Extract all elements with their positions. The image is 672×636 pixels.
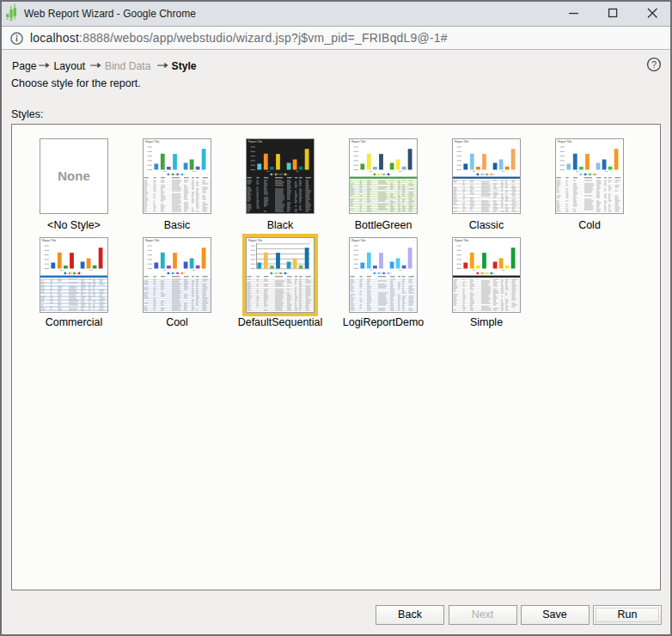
svg-text:Report Title: Report Title — [145, 239, 160, 242]
svg-text:?: ? — [651, 59, 657, 70]
svg-text:Report Title: Report Title — [145, 140, 160, 144]
svg-text:Report Title: Report Title — [558, 140, 572, 144]
svg-text:Report Title: Report Title — [455, 239, 469, 242]
svg-text:Report Title: Report Title — [248, 140, 263, 144]
svg-text:Report Title: Report Title — [42, 239, 57, 242]
svg-text:None: None — [58, 168, 90, 183]
svg-text:Report Title: Report Title — [351, 239, 366, 242]
svg-text:Report Title: Report Title — [455, 140, 469, 144]
svg-text:Report Title: Report Title — [248, 239, 263, 242]
svg-text:Report Title: Report Title — [351, 140, 366, 144]
